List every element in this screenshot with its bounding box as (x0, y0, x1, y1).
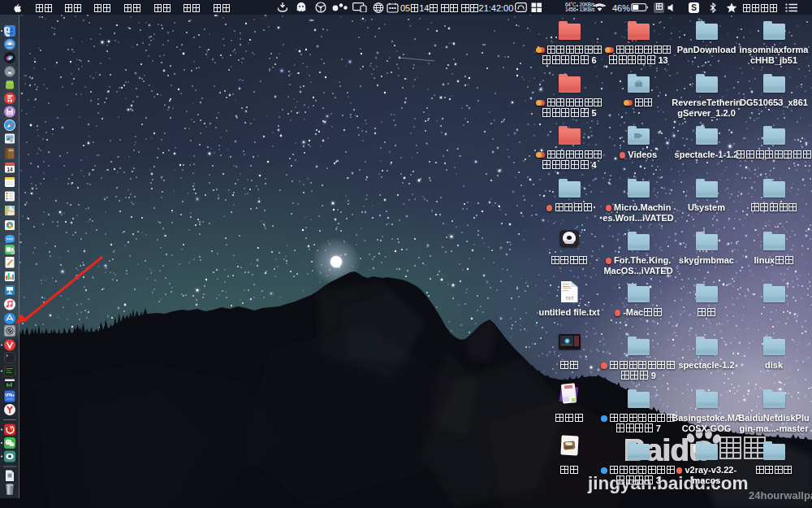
svg-text:VPN+: VPN+ (5, 393, 15, 397)
svg-text:14: 14 (6, 167, 13, 172)
